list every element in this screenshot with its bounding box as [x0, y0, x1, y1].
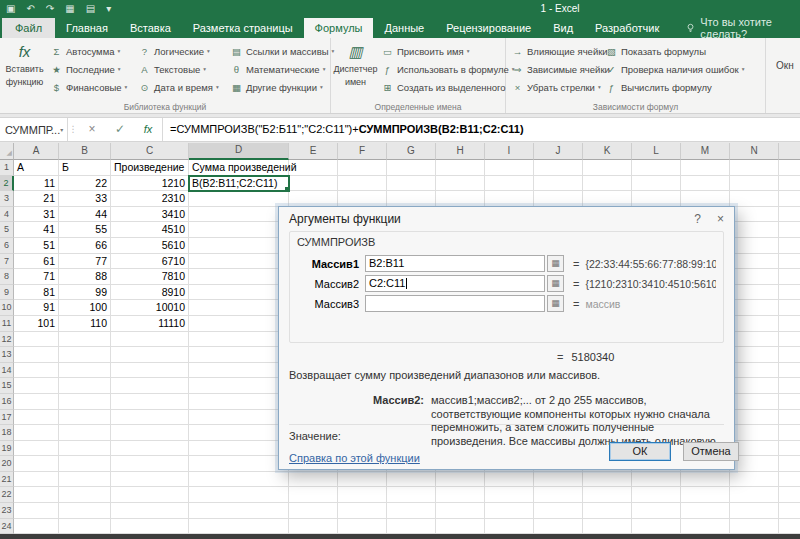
cell-N4[interactable]	[730, 207, 779, 223]
cell-H3[interactable]	[436, 191, 485, 207]
cell-B18[interactable]	[59, 425, 111, 441]
cell-B10[interactable]: 100	[59, 300, 111, 316]
cell-N22[interactable]	[730, 487, 779, 503]
row-header-11[interactable]: 11	[0, 316, 14, 332]
cell-B19[interactable]	[59, 441, 111, 457]
row-header-3[interactable]: 3	[0, 191, 14, 207]
cell-C12[interactable]	[111, 332, 189, 348]
cell-C9[interactable]: 8910	[111, 285, 189, 301]
cell-A20[interactable]	[14, 456, 59, 472]
ok-button[interactable]: ОК	[609, 442, 671, 461]
cell-A21[interactable]	[14, 472, 59, 488]
col-header-L[interactable]: L	[632, 143, 681, 160]
collapse-dialog-icon[interactable]: ▦	[547, 255, 564, 272]
cell-B5[interactable]: 55	[59, 222, 111, 238]
row-header-17[interactable]: 17	[0, 410, 14, 426]
tab-формулы[interactable]: Формулы	[304, 18, 374, 38]
cell-D16[interactable]	[189, 394, 289, 410]
ribbon-item-влияющие-ячейки[interactable]: →Влияющие ячейки	[508, 42, 602, 60]
cell-A22[interactable]	[14, 487, 59, 503]
row-header-10[interactable]: 10	[0, 300, 14, 316]
cell-I1[interactable]	[485, 160, 534, 176]
cell-C11[interactable]: 11110	[111, 316, 189, 332]
cell-N10[interactable]	[730, 300, 779, 316]
cell-A9[interactable]: 81	[14, 285, 59, 301]
cell-A2[interactable]: 11	[14, 176, 59, 192]
enter-formula-button[interactable]: ✓	[106, 118, 134, 141]
cell-G21[interactable]	[387, 472, 436, 488]
tell-me-box[interactable]: Что вы хотите сделать?	[686, 18, 800, 38]
argument-input-массив1[interactable]: B2:B11	[365, 255, 545, 272]
cell-N3[interactable]	[730, 191, 779, 207]
cell-C8[interactable]: 7810	[111, 269, 189, 285]
cell-D15[interactable]	[189, 378, 289, 394]
dialog-close-icon[interactable]: ×	[717, 212, 724, 226]
cell-I22[interactable]	[485, 487, 534, 503]
sheet-icon[interactable]: ▤	[86, 0, 95, 18]
cell-A18[interactable]	[14, 425, 59, 441]
cell-B21[interactable]	[59, 472, 111, 488]
insert-function-button[interactable]: fxВставитьфункцию	[2, 40, 47, 98]
ribbon-item-дата-и-время[interactable]: ⊙Дата и время▾	[135, 78, 227, 96]
row-header-23[interactable]: 23	[0, 503, 14, 519]
cell-D1[interactable]: Сумма произведений	[189, 160, 289, 176]
cell-D13[interactable]	[189, 347, 289, 363]
cell-B11[interactable]: 110	[59, 316, 111, 332]
cell-D11[interactable]	[189, 316, 289, 332]
cell-B20[interactable]	[59, 456, 111, 472]
cell-D18[interactable]	[189, 425, 289, 441]
row-header-15[interactable]: 15	[0, 378, 14, 394]
ribbon-item-логические[interactable]: ?Логические▾	[135, 42, 227, 60]
cell-G23[interactable]	[387, 503, 436, 519]
cell-F22[interactable]	[338, 487, 387, 503]
tab-разметка-страницы[interactable]: Разметка страницы	[182, 18, 304, 38]
undo-icon[interactable]: ↶	[26, 0, 34, 18]
col-header-M[interactable]: M	[681, 143, 730, 160]
cell-H22[interactable]	[436, 487, 485, 503]
cell-L23[interactable]	[632, 503, 681, 519]
tab-разработчик[interactable]: Разработчик	[584, 18, 670, 38]
ribbon-item-последние[interactable]: ★Последние▾	[47, 60, 135, 78]
cell-D12[interactable]	[189, 332, 289, 348]
cell-D2[interactable]: B(B2:B11;C2:C11)	[189, 176, 289, 192]
col-header-K[interactable]: K	[583, 143, 632, 160]
cell-A5[interactable]: 41	[14, 222, 59, 238]
cell-C2[interactable]: 1210	[111, 176, 189, 192]
cell-C4[interactable]: 3410	[111, 207, 189, 223]
row-header-18[interactable]: 18	[0, 425, 14, 441]
formula-input[interactable]: =СУММПРОИЗВ("Б2:Б11";"C2:C11")+СУММПРОИЗ…	[162, 118, 800, 141]
cell-A17[interactable]	[14, 410, 59, 426]
col-header-B[interactable]: B	[59, 143, 111, 160]
col-header-E[interactable]: E	[289, 143, 338, 160]
cell-C23[interactable]	[111, 503, 189, 519]
cell-C24[interactable]	[111, 519, 189, 534]
row-header-6[interactable]: 6	[0, 238, 14, 254]
ribbon-item-автосумма[interactable]: ΣАвтосумма▾	[47, 42, 135, 60]
cell-D5[interactable]	[189, 222, 289, 238]
cancel-formula-button[interactable]: ×	[78, 118, 106, 141]
cell-N1[interactable]	[730, 160, 779, 176]
cell-N13[interactable]	[730, 347, 779, 363]
cell-C6[interactable]: 5610	[111, 238, 189, 254]
cell-M23[interactable]	[681, 503, 730, 519]
tab-вид[interactable]: Вид	[542, 18, 584, 38]
cell-A6[interactable]: 51	[14, 238, 59, 254]
col-header-J[interactable]: J	[534, 143, 583, 160]
row-header-1[interactable]: 1	[0, 160, 14, 176]
cell-L22[interactable]	[632, 487, 681, 503]
cell-E2[interactable]	[289, 176, 338, 192]
cell-M24[interactable]	[681, 519, 730, 534]
cell-D24[interactable]	[189, 519, 289, 534]
col-header-I[interactable]: I	[485, 143, 534, 160]
cancel-button[interactable]: Отмена	[683, 442, 739, 461]
cell-G2[interactable]	[387, 176, 436, 192]
cell-N5[interactable]	[730, 222, 779, 238]
dialog-help-icon[interactable]: ?	[694, 212, 701, 226]
cell-N17[interactable]	[730, 410, 779, 426]
cell-L21[interactable]	[632, 472, 681, 488]
cell-D23[interactable]	[189, 503, 289, 519]
cell-E21[interactable]	[289, 472, 338, 488]
cell-H23[interactable]	[436, 503, 485, 519]
ribbon-item-убрать-стрелки[interactable]: ×Убрать стрелки▾	[508, 78, 602, 96]
row-header-20[interactable]: 20	[0, 456, 14, 472]
